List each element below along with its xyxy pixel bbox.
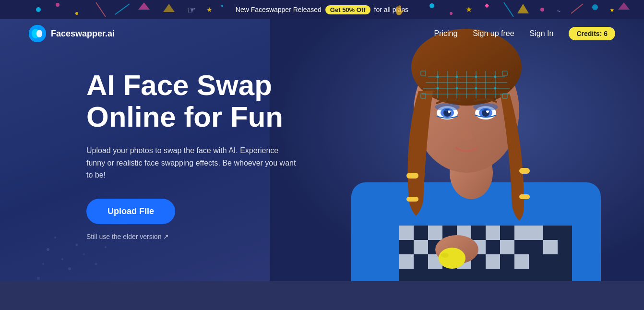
svg-text:☞: ☞ [187, 5, 196, 15]
announcement-text: New Faceswapper Released [236, 6, 322, 13]
nav-signin[interactable]: Sign In [530, 29, 554, 38]
svg-point-25 [36, 30, 42, 37]
logo-text: Faceswapper.ai [51, 29, 115, 39]
svg-point-91 [437, 76, 439, 78]
svg-line-19 [571, 4, 583, 13]
svg-line-3 [96, 2, 106, 17]
svg-rect-65 [519, 168, 530, 174]
svg-text:~: ~ [557, 7, 561, 15]
navbar: Faceswapper.ai Pricing Sign up free Sign… [0, 19, 644, 48]
svg-point-95 [437, 87, 439, 89]
svg-point-17 [540, 8, 544, 12]
hero-section: AI Face Swap Online for Fun Upload your … [0, 19, 644, 281]
svg-point-20 [592, 4, 598, 10]
nav-signup[interactable]: Sign up free [473, 29, 514, 38]
logo-icon [29, 25, 46, 42]
svg-point-92 [456, 76, 458, 78]
svg-rect-44 [428, 226, 442, 240]
svg-line-4 [115, 4, 130, 14]
hero-content: AI Face Swap Online for Fun Upload your … [0, 60, 298, 240]
svg-rect-46 [486, 226, 500, 240]
svg-rect-43 [399, 226, 414, 240]
svg-marker-22 [618, 2, 630, 10]
svg-rect-58 [414, 226, 428, 240]
hero-image [270, 19, 644, 281]
svg-point-98 [494, 87, 496, 89]
svg-point-96 [456, 87, 458, 89]
svg-point-78 [439, 248, 465, 269]
svg-rect-52 [399, 254, 414, 269]
svg-marker-5 [138, 2, 150, 10]
svg-point-12 [450, 12, 453, 15]
upload-button[interactable]: Upload File [86, 199, 175, 224]
svg-point-97 [475, 87, 477, 89]
svg-rect-64 [406, 197, 418, 202]
svg-point-94 [494, 76, 496, 78]
svg-rect-48 [414, 240, 428, 254]
svg-point-1 [56, 3, 60, 7]
svg-text:★: ★ [206, 6, 213, 13]
svg-rect-55 [486, 254, 500, 269]
svg-rect-59 [543, 240, 558, 254]
svg-rect-56 [514, 254, 529, 269]
hero-title: AI Face Swap Online for Fun [86, 70, 298, 133]
svg-marker-6 [163, 4, 175, 12]
logo[interactable]: Faceswapper.ai [29, 25, 434, 42]
svg-point-79 [441, 253, 449, 258]
elder-version-link[interactable]: Still use the elder version ↗ [86, 233, 298, 240]
announcement-bar: ☞ ★ ● ✋ ★ ◆ ~ ★ New Faceswapper Released… [0, 0, 644, 19]
credits-badge[interactable]: Credits: 6 [569, 27, 615, 40]
discount-badge[interactable]: Get 50% Off [325, 5, 370, 14]
svg-rect-63 [406, 173, 418, 179]
svg-point-0 [36, 7, 41, 12]
svg-text:★: ★ [465, 5, 472, 13]
svg-rect-57 [529, 226, 543, 240]
svg-text:●: ● [221, 3, 224, 8]
svg-point-11 [429, 3, 434, 8]
svg-point-71 [435, 103, 460, 111]
svg-point-93 [475, 76, 477, 78]
svg-text:◆: ◆ [485, 2, 489, 9]
svg-text:★: ★ [609, 7, 615, 13]
hero-subtitle: Upload your photos to swap the face with… [86, 144, 298, 181]
nav-links: Pricing Sign up free Sign In Credits: 6 [434, 27, 615, 40]
svg-line-15 [504, 2, 513, 17]
nav-pricing[interactable]: Pricing [434, 29, 457, 38]
announcement-suffix: for all plans [374, 6, 409, 13]
svg-rect-47 [514, 226, 529, 240]
svg-marker-16 [517, 4, 529, 13]
svg-rect-66 [519, 194, 530, 199]
arrow-icon: ↗ [163, 233, 169, 240]
svg-point-76 [473, 103, 498, 111]
elder-link-text: Still use the elder version [86, 233, 161, 240]
svg-rect-51 [500, 240, 514, 254]
svg-point-2 [75, 12, 78, 15]
